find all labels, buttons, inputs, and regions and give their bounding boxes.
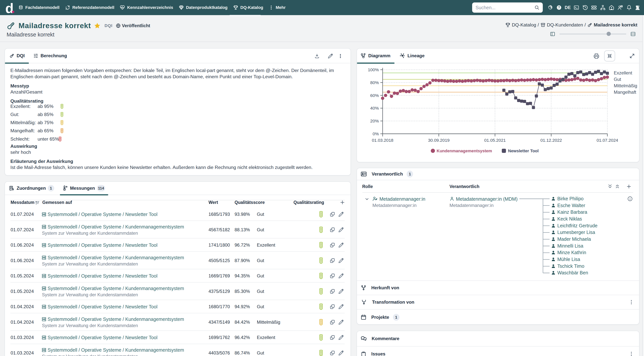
svg-text:?: ? [558,6,560,9]
svg-text:01.12.2022: 01.12.2022 [540,138,562,143]
svg-text:01.03.2018: 01.03.2018 [372,138,394,143]
svg-text:01.07.2024: 01.07.2024 [596,138,618,143]
svg-text:40%: 40% [370,106,379,111]
svg-text:60%: 60% [370,93,379,98]
svg-text:Mangelhaft: Mangelhaft [614,90,636,95]
svg-text:Newsletter Tool: Newsletter Tool [508,149,538,153]
svg-text:Exzellent: Exzellent [614,70,632,75]
svg-text:0%: 0% [372,131,379,136]
svg-text:20%: 20% [370,119,379,123]
svg-text:100%: 100% [368,67,379,72]
svg-text:Kundenmanagementsystem: Kundenmanagementsystem [437,149,492,153]
svg-text:80%: 80% [370,80,379,85]
svg-text:Gut: Gut [614,77,621,82]
svg-text:Mittelmäßig: Mittelmäßig [614,83,637,88]
svg-text:01.05.2021: 01.05.2021 [484,138,506,143]
svg-text:30.09.2019: 30.09.2019 [428,138,450,143]
